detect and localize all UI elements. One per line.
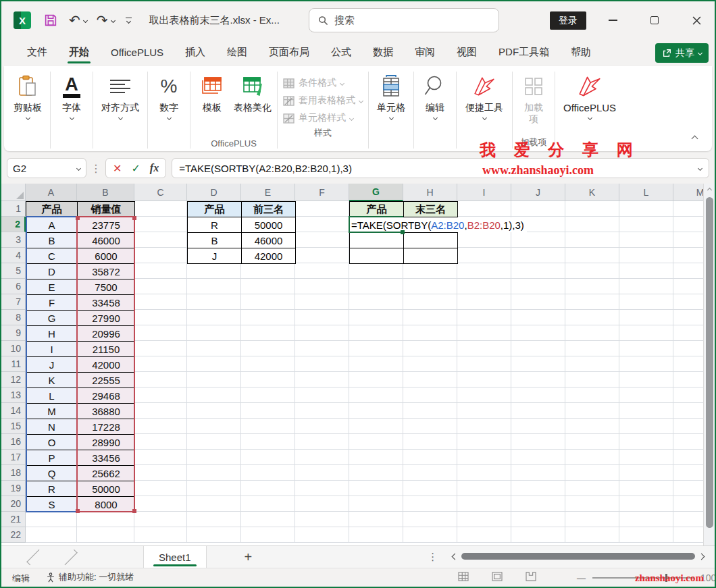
tab-页面布局[interactable]: 页面布局: [258, 41, 320, 65]
row-header-22[interactable]: 22: [1, 527, 26, 543]
cell-A15[interactable]: N: [26, 419, 78, 435]
tab-审阅[interactable]: 审阅: [404, 41, 446, 65]
cell-A10[interactable]: I: [26, 341, 78, 357]
cell-E1[interactable]: 前三名: [241, 201, 296, 217]
alignment-button[interactable]: 对齐方式: [95, 69, 146, 151]
scroll-up-icon[interactable]: [704, 184, 715, 196]
next-sheet-icon[interactable]: [61, 549, 77, 564]
enter-icon[interactable]: ✓: [131, 162, 140, 175]
column-header-J[interactable]: J: [511, 184, 565, 201]
cell-A7[interactable]: F: [26, 294, 78, 311]
cell-B9[interactable]: 20996: [77, 325, 135, 342]
cancel-icon[interactable]: ✕: [113, 162, 122, 175]
tab-数据[interactable]: 数据: [362, 41, 404, 65]
row-header-12[interactable]: 12: [1, 372, 26, 387]
cell-E3[interactable]: 46000: [241, 232, 296, 248]
cell-A19[interactable]: R: [26, 481, 78, 497]
tab-开始[interactable]: 开始: [58, 41, 100, 65]
row-header-2[interactable]: 2: [1, 217, 26, 232]
vertical-scroll-thumb[interactable]: [706, 197, 713, 528]
tab-文件[interactable]: 文件: [16, 41, 58, 65]
cell-B2[interactable]: 23775: [77, 217, 135, 233]
table-beautify-button[interactable]: 表格美化: [231, 69, 276, 138]
cell-A16[interactable]: O: [26, 434, 78, 450]
horizontal-scrollbar[interactable]: [453, 550, 704, 563]
cell-B5[interactable]: 35872: [77, 263, 135, 279]
cell-G1[interactable]: 产品: [349, 201, 404, 217]
name-box-dropdown-icon[interactable]: [76, 165, 81, 170]
number-button[interactable]: % 数字: [149, 69, 188, 151]
zoom-out-icon[interactable]: —: [577, 573, 586, 583]
cell-D2[interactable]: R: [187, 217, 242, 233]
cell-B1[interactable]: 销量值: [77, 201, 135, 217]
zoom-slider-knob[interactable]: [665, 574, 667, 582]
row-header-10[interactable]: 10: [1, 341, 26, 356]
cell-B16[interactable]: 28990: [77, 434, 135, 450]
share-button[interactable]: 共享: [655, 43, 709, 63]
editing-button[interactable]: 编辑: [415, 69, 455, 151]
row-header-1[interactable]: 1: [1, 201, 26, 217]
row-header-3[interactable]: 3: [1, 232, 26, 248]
cell-H4[interactable]: [403, 248, 458, 264]
row-header-18[interactable]: 18: [1, 465, 26, 481]
column-header-D[interactable]: D: [187, 184, 241, 201]
search-input[interactable]: 搜索: [309, 8, 499, 32]
save-icon[interactable]: [43, 13, 58, 28]
undo-button[interactable]: ↶: [69, 14, 87, 27]
sheet-options-icon[interactable]: ⋮: [428, 551, 438, 563]
vertical-scrollbar[interactable]: [703, 184, 715, 545]
cell-B20[interactable]: 8000: [77, 496, 135, 512]
cell-B19[interactable]: 50000: [77, 481, 135, 497]
row-header-15[interactable]: 15: [1, 419, 26, 434]
cell-A1[interactable]: 产品: [26, 201, 78, 217]
column-header-E[interactable]: E: [241, 184, 295, 201]
column-header-F[interactable]: F: [295, 184, 349, 201]
cell-B10[interactable]: 21150: [77, 341, 135, 357]
undo-dropdown-icon[interactable]: [83, 18, 88, 22]
cell-A3[interactable]: B: [26, 232, 78, 248]
row-header-20[interactable]: 20: [1, 496, 26, 512]
cell-B14[interactable]: 36880: [77, 403, 135, 419]
column-header-B[interactable]: B: [77, 184, 134, 201]
grid[interactable]: ABCDEFGHIJKLM123456789101112131415161718…: [1, 184, 703, 545]
cell-B3[interactable]: 46000: [77, 232, 135, 248]
cell-A18[interactable]: Q: [26, 465, 78, 481]
column-header-G[interactable]: G: [349, 184, 403, 201]
active-cell-formula[interactable]: =TAKE(SORTBY(A2:B20,B2:B20,1),3): [351, 217, 527, 232]
format-as-table-button[interactable]: 套用表格格式: [283, 92, 363, 109]
normal-view-icon[interactable]: [458, 572, 469, 581]
cell-B18[interactable]: 25662: [77, 465, 135, 481]
cell-B11[interactable]: 42000: [77, 356, 135, 373]
row-header-4[interactable]: 4: [1, 248, 26, 263]
row-header-16[interactable]: 16: [1, 434, 26, 450]
cell-styles-button[interactable]: 单元格样式: [283, 109, 363, 127]
cell-B13[interactable]: 29468: [77, 387, 135, 404]
cell-A6[interactable]: E: [26, 279, 78, 295]
cell-D1[interactable]: 产品: [187, 201, 242, 217]
column-header-H[interactable]: H: [403, 184, 457, 201]
insert-function-icon[interactable]: fx: [150, 162, 159, 174]
row-header-8[interactable]: 8: [1, 310, 26, 325]
cell-B15[interactable]: 17228: [77, 419, 135, 435]
cell-B7[interactable]: 33458: [77, 294, 135, 311]
tab-视图[interactable]: 视图: [446, 41, 488, 65]
tab-PDF工具箱[interactable]: PDF工具箱: [488, 41, 560, 65]
cell-D4[interactable]: J: [187, 248, 242, 264]
close-button[interactable]: [681, 1, 712, 39]
redo-dropdown-icon[interactable]: [110, 18, 115, 22]
tab-帮助[interactable]: 帮助: [560, 41, 602, 65]
column-header-M[interactable]: M: [673, 184, 703, 201]
formula-input[interactable]: =TAKE(SORTBY(A2:B20,B2:B20,1),3): [172, 158, 709, 178]
column-header-K[interactable]: K: [565, 184, 619, 201]
zoom-slider[interactable]: [592, 577, 694, 579]
cell-A4[interactable]: C: [26, 248, 78, 264]
scroll-left-icon[interactable]: [452, 553, 459, 560]
sheet-tab-sheet1[interactable]: Sheet1: [143, 546, 207, 568]
cell-A11[interactable]: J: [26, 356, 78, 373]
cell-D3[interactable]: B: [187, 232, 242, 248]
row-header-6[interactable]: 6: [1, 279, 26, 294]
cell-G4[interactable]: [349, 248, 404, 264]
cell-A14[interactable]: M: [26, 403, 78, 419]
tab-绘图[interactable]: 绘图: [216, 41, 258, 65]
minimize-button[interactable]: [597, 1, 628, 39]
